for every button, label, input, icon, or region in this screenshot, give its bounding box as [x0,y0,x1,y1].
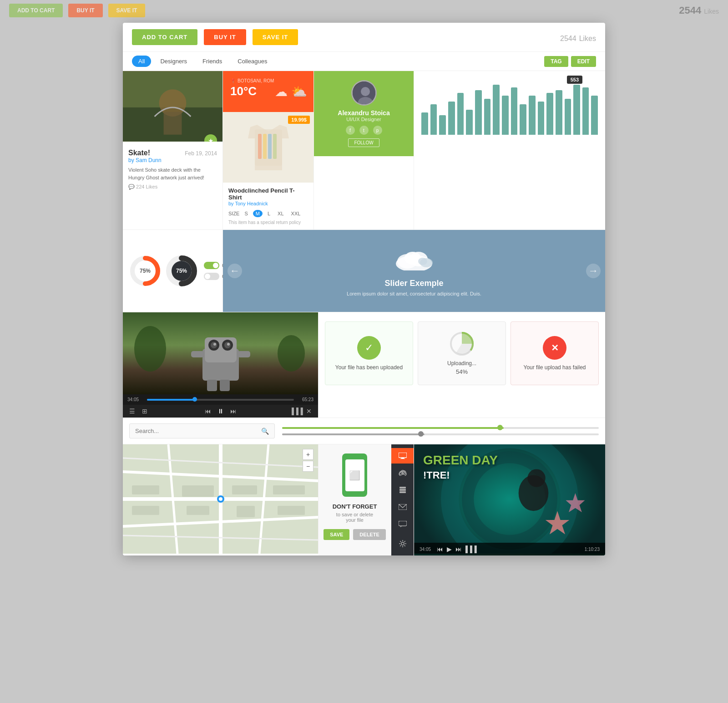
chart-bar [439,115,446,135]
main-card: ADD TO CART BUY IT SAVE IT 2544Likes All… [123,23,605,555]
video-close-icon[interactable]: ✕ [304,408,313,415]
nav-item-monitor[interactable] [391,448,414,464]
svg-rect-55 [237,506,255,517]
search-button[interactable]: 🔍 [256,424,274,438]
video-prev-icon[interactable]: ⏮ [203,408,212,415]
slider-row-1 [282,427,599,429]
music-next-button[interactable]: ⏭ [455,545,462,553]
video-bars-icon[interactable]: ▌▌▌ [292,408,301,415]
range-thumb-1[interactable] [497,425,503,430]
album-name: !TRE! [423,469,450,481]
range-thumb-2[interactable] [418,431,424,437]
product-card: ★ Skate! Feb 19, 2014 by Sam Dunn Violen… [123,71,223,229]
avatar [351,80,377,106]
nav-item-settings[interactable] [391,535,414,552]
mobile-delete-button[interactable]: DELETE [353,529,385,540]
nav-item-layers[interactable] [391,482,414,498]
chart-bar [591,96,598,135]
svg-rect-56 [278,506,305,515]
upload-percent: 54% [456,368,468,375]
profile-role: UI/UX Designer [323,117,404,122]
chart-bar [475,90,482,135]
svg-point-76 [527,469,545,487]
video-list-icon[interactable]: ☰ [127,408,136,415]
save-it-button[interactable]: SAVE IT [253,29,298,45]
profile-card: Alexandru Stoica UI/UX Designer f t p FO… [314,71,414,229]
avatar-image [353,82,375,104]
map-zoom-controls: + − [303,449,313,472]
ghost-likes: 2544 Likes [679,5,719,16]
svg-point-25 [278,335,305,372]
map-zoom-out-button[interactable]: − [303,461,313,472]
filter-tab-colleagues[interactable]: Colleagues [231,56,273,67]
buy-it-button[interactable]: BUY IT [204,29,246,45]
nav-item-mail[interactable] [391,499,414,515]
toggle-off[interactable] [204,273,219,280]
product-image: ★ [123,71,222,142]
weather-location: BOTOSANI, ROM [238,78,274,83]
filter-edit-button[interactable]: EDIT [571,56,596,67]
music-prev-button[interactable]: ⏮ [437,545,443,553]
chart-bar [520,104,526,135]
video-next-icon[interactable]: ⏭ [229,408,238,415]
nav-item-cloud[interactable] [391,465,414,480]
svg-rect-49 [132,485,159,494]
svg-rect-68 [399,491,406,493]
svg-rect-27 [205,337,237,362]
twitter-icon[interactable]: t [359,126,369,135]
mobile-actions: SAVE DELETE [324,529,386,540]
search-input[interactable] [130,424,256,438]
add-to-cart-button[interactable]: ADD TO CART [132,29,197,45]
mobile-save-button[interactable]: SAVE [324,529,349,540]
filter-tag-button[interactable]: TAG [544,56,568,67]
mobile-screen-icon: ⬜ [349,470,360,481]
cloud-nav-icon [399,470,407,476]
toggle-on[interactable] [204,262,219,269]
music-play-button[interactable]: ▶ [447,545,452,553]
likes-count: 2544Likes [557,30,596,44]
slider-next-button[interactable]: → [586,264,601,278]
music-total-time: 1:10:23 [585,547,600,552]
map-background [123,444,318,554]
settings-icon [399,540,406,547]
video-grid-icon[interactable]: ⊞ [140,408,149,415]
filter-bar: All Designers Friends Colleagues TAG EDI… [123,52,605,71]
pinterest-icon[interactable]: p [373,126,382,135]
video-pause-icon[interactable]: ⏸ [216,408,225,415]
nav-item-chat[interactable] [391,516,414,532]
filter-tab-all[interactable]: All [132,56,151,67]
product-likes: 💬 224 Likes [128,184,217,190]
shirt-price: 19.99$ [288,116,310,124]
music-player: GREEN DAY !TRE! 34:05 ⏮ ▶ ⏭ ▌▌▌ 1:10:23 [414,444,605,555]
album-art: GREEN DAY !TRE! [414,444,605,555]
range-track-1[interactable] [282,427,599,429]
row4: 🔍 [123,418,605,444]
facebook-icon[interactable]: f [346,126,355,135]
row2: 75% 75% ON [123,229,605,312]
size-xl[interactable]: XL [275,210,286,217]
size-s[interactable]: S [242,210,250,217]
chart-bar [573,85,580,135]
size-l[interactable]: L [265,210,273,217]
music-bars-icon[interactable]: ▌▌▌ [465,545,479,553]
video-progress-fill [147,399,196,401]
svg-rect-50 [182,485,214,497]
profile-socials: f t p [323,126,404,135]
follow-button[interactable]: FOLLOW [348,138,379,147]
size-xxl[interactable]: XXL [289,210,303,217]
filter-tab-friends[interactable]: Friends [196,56,228,67]
chart-area: 553 [414,71,605,229]
svg-point-22 [418,258,427,265]
slider-prev-button[interactable]: ← [228,264,242,278]
svg-rect-67 [399,489,406,491]
video-progress-track[interactable] [147,399,294,401]
map-zoom-in-button[interactable]: + [303,449,313,460]
chart-bar [466,110,473,135]
upload-progress-card: Uploading... 54% [418,321,506,385]
upload-fail-label: Your file upload has failed [524,364,586,371]
mobile-screen: ⬜ [345,459,364,491]
filter-tab-designers[interactable]: Designers [154,56,193,67]
range-track-2[interactable] [282,433,599,435]
mobile-card: ⬜ DON'T FORGET to save or delete your fi… [318,444,391,555]
size-m[interactable]: M [253,210,263,217]
